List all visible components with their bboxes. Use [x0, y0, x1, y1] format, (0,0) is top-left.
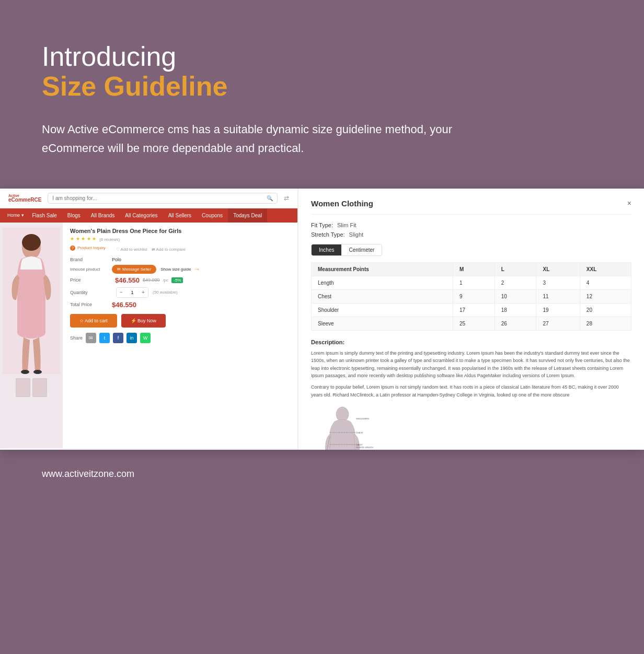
compare-btn[interactable]: ⇄ Add to compare — [152, 247, 186, 252]
product-inquiry[interactable]: ? Product Inquiry — [70, 246, 106, 251]
footer-section: www.activeitzone.com — [0, 450, 644, 498]
search-icon: 🔍 — [267, 195, 273, 201]
inhouse-label: Inhouse product — [70, 267, 112, 272]
store-header: Active eCommeRCE 🔍 ⇄ — [0, 189, 297, 208]
left-panel: Active eCommeRCE 🔍 ⇄ Home ▾ Flash Sale B… — [0, 189, 298, 450]
size-value: 1 — [453, 276, 495, 289]
svg-point-4 — [33, 370, 42, 374]
svg-text:SLEEVE LENGTH: SLEEVE LENGTH — [356, 446, 373, 449]
discount-badge: -5% — [171, 277, 183, 283]
quantity-row: Quantity − + (50 available) — [70, 287, 290, 298]
hero-intro: Introducing — [42, 42, 602, 72]
tab-inches[interactable]: Inches — [312, 244, 341, 255]
size-value: 12 — [580, 289, 631, 303]
price-old: $49.000 — [143, 277, 160, 283]
quantity-decrease[interactable]: − — [117, 288, 126, 297]
description-title: Description: — [311, 339, 631, 345]
nav-all-categories[interactable]: All Categories — [120, 208, 163, 223]
size-value: 9 — [453, 289, 495, 303]
modal-title: Women Clothing — [311, 199, 373, 208]
size-value: 25 — [453, 317, 495, 330]
measurement-point: Sleeve — [312, 317, 453, 330]
stretch-type-row: Stretch Type: Slight — [311, 231, 631, 238]
price-label: Price — [70, 277, 112, 283]
total-label: Total Price — [70, 302, 112, 307]
buy-now-button[interactable]: ⚡ Buy Now — [121, 314, 166, 328]
col-xl: XL — [536, 262, 580, 276]
price-unit: /pc — [163, 278, 169, 283]
modal-close-button[interactable]: × — [627, 199, 631, 207]
fit-type-label: Fit Type: — [311, 222, 333, 228]
nav-todays-deal[interactable]: Todays Deal — [228, 208, 267, 223]
share-linkedin-icon[interactable]: in — [126, 333, 137, 343]
measurement-point: Shoulder — [312, 303, 453, 317]
brand-value: Polo — [112, 257, 121, 262]
svg-text:CHEST: CHEST — [356, 431, 363, 434]
quantity-increase[interactable]: + — [139, 288, 148, 297]
nav-blogs[interactable]: Blogs — [62, 208, 86, 223]
thumbnail-1[interactable] — [16, 378, 30, 397]
size-value: 19 — [536, 303, 580, 317]
table-row: Sleeve25262728 — [312, 317, 631, 330]
share-row: Share ✉ t f in W — [70, 333, 290, 343]
col-m: M — [453, 262, 495, 276]
size-value: 27 — [536, 317, 580, 330]
search-bar[interactable]: 🔍 — [48, 193, 278, 204]
table-row: Length1234 — [312, 276, 631, 289]
nav-home[interactable]: Home ▾ — [4, 208, 27, 222]
message-icon: ✉ — [117, 267, 121, 272]
nav-flash-sale[interactable]: Flash Sale — [27, 208, 62, 223]
filter-icon[interactable]: ⇄ — [284, 194, 289, 202]
stretch-type-label: Stretch Type: — [311, 231, 345, 238]
share-label: Share — [70, 335, 83, 341]
share-twitter-icon[interactable]: t — [99, 333, 110, 343]
size-value: 11 — [536, 289, 580, 303]
message-seller-button[interactable]: ✉ Message Seller — [112, 265, 156, 274]
available-text: (50 available) — [153, 290, 178, 295]
col-l: L — [494, 262, 536, 276]
svg-point-3 — [21, 370, 29, 374]
size-table: Measurement Points M L XL XXL Length1234… — [311, 262, 631, 331]
size-value: 4 — [580, 276, 631, 289]
add-to-cart-button[interactable]: ☆ Add to cart — [70, 314, 117, 328]
nav-all-brands[interactable]: All Brands — [86, 208, 120, 223]
total-row: Total Price $46.550 — [70, 301, 290, 309]
total-value: $46.550 — [112, 301, 136, 309]
modal-header: Women Clothing × — [311, 199, 631, 215]
size-value: 2 — [494, 276, 536, 289]
size-value: 3 — [536, 276, 580, 289]
size-guide-link[interactable]: Show size guide — [160, 267, 191, 272]
wishlist-compare: ♡ Add to wishlist ⇄ Add to compare — [116, 247, 186, 252]
product-details: Women's Plain Dress One Piece for Girls … — [63, 223, 297, 448]
wishlist-btn[interactable]: ♡ Add to wishlist — [116, 247, 147, 252]
product-reviews: (0 reviews) — [99, 237, 120, 242]
quantity-control: − + — [116, 287, 148, 298]
tab-centimeter[interactable]: Centimeter — [341, 244, 382, 255]
svg-text:SHOULDERS: SHOULDERS — [356, 417, 369, 420]
product-stars: ★ ★ ★ ★ ★ — [70, 236, 96, 241]
stretch-type-value: Slight — [349, 231, 364, 238]
quantity-input[interactable] — [126, 290, 139, 295]
svg-point-2 — [22, 234, 41, 251]
share-email-icon[interactable]: ✉ — [86, 333, 96, 343]
nav-coupons[interactable]: Coupons — [197, 208, 228, 223]
fit-type-row: Fit Type: Slim Fit — [311, 222, 631, 228]
hero-title: Size Guideline — [42, 72, 602, 101]
size-value: 10 — [494, 289, 536, 303]
size-value: 18 — [494, 303, 536, 317]
size-value: 17 — [453, 303, 495, 317]
nav-all-sellers[interactable]: All Sellers — [163, 208, 197, 223]
store-nav: Home ▾ Flash Sale Blogs All Brands All C… — [0, 208, 297, 223]
thumbnail-2[interactable] — [32, 378, 47, 397]
product-main-image — [3, 228, 60, 374]
product-figure-svg — [3, 228, 60, 374]
table-row: Chest9101112 — [312, 289, 631, 303]
search-input[interactable] — [52, 195, 267, 201]
hero-section: Introducing Size Guideline Now Active eC… — [0, 0, 644, 189]
store-logo: Active eCommeRCE — [8, 194, 41, 203]
inhouse-row: Inhouse product ✉ Message Seller Show si… — [70, 265, 290, 274]
body-diagram-svg: CHEST WAIST HIPS SHOULDERS SLEEVE LENGTH… — [311, 404, 374, 450]
hero-description: Now Active eCommerce cms has a suitable … — [42, 120, 470, 157]
share-facebook-icon[interactable]: f — [113, 333, 123, 343]
share-whatsapp-icon[interactable]: W — [140, 333, 151, 343]
